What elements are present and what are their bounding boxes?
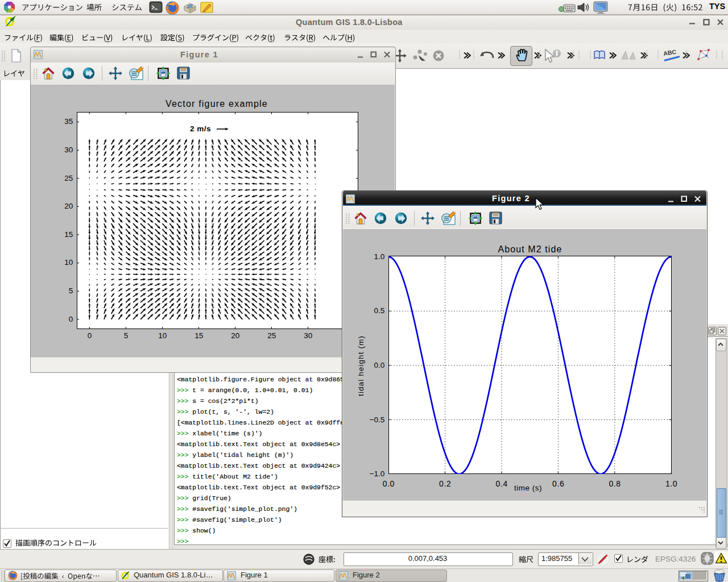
svg-text:ABC: ABC [663, 48, 677, 57]
